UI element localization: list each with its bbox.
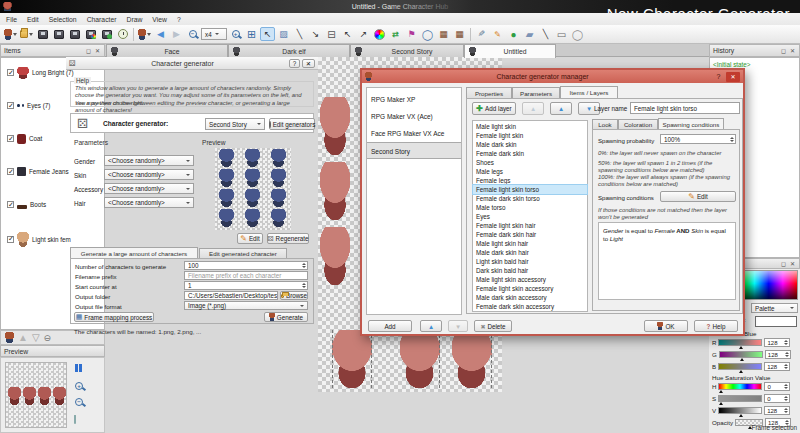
preview-zoom-in-button[interactable]: + xyxy=(75,382,83,390)
pencil-button[interactable]: ✎ xyxy=(490,27,505,41)
new-character-button[interactable] xyxy=(3,27,18,41)
close-button[interactable]: ✕ xyxy=(302,59,315,68)
cursor-mode-a-button[interactable]: ↖ xyxy=(340,27,355,41)
frame-mapping-button[interactable]: ▦Frame mapping process xyxy=(74,312,154,322)
checkbox-checked[interactable] xyxy=(7,135,14,142)
help-titlebar-button[interactable]: ? xyxy=(713,73,724,80)
close-icon[interactable]: ✕ xyxy=(94,47,101,54)
spawning-probability-spinbox[interactable]: 100% xyxy=(660,134,736,144)
add-item-button[interactable] xyxy=(5,332,14,343)
close-icon[interactable]: ✕ xyxy=(789,260,796,267)
layer-item[interactable]: Female dark skin hair xyxy=(473,230,587,239)
checkbox-checked[interactable] xyxy=(7,69,14,76)
layer-item[interactable]: Dark skin bald hair xyxy=(473,266,587,275)
green-slider[interactable] xyxy=(719,351,763,358)
prefix-input[interactable]: Filename prefix of each character xyxy=(184,271,308,280)
book-icon[interactable] xyxy=(74,415,76,424)
menu-file[interactable]: File xyxy=(6,16,17,23)
green-value[interactable]: 128 xyxy=(765,350,791,359)
menu-character[interactable]: Character xyxy=(87,16,117,23)
stroke-tool-button[interactable]: ╲ xyxy=(292,27,307,41)
move-selection-button[interactable]: ↘ xyxy=(308,27,323,41)
layer-name-input[interactable]: Female light skin torso xyxy=(630,102,740,114)
tab-face[interactable]: Face xyxy=(106,44,228,57)
generator-list-item[interactable]: RPG Maker VX (Ace) xyxy=(367,108,461,125)
swap-colors-button[interactable]: ⇄ xyxy=(388,27,403,41)
tab-look[interactable]: Look xyxy=(592,119,618,129)
generator-list-item-selected[interactable]: Second Story xyxy=(367,142,461,159)
saturation-slider[interactable] xyxy=(718,395,762,402)
layer-action-disabled-button[interactable]: ▲ xyxy=(522,102,544,115)
red-slider[interactable] xyxy=(718,339,762,346)
preview-zoom-out-button[interactable]: − xyxy=(75,398,83,406)
history-entry[interactable]: <Initial state> xyxy=(713,61,796,68)
layer-item[interactable]: Female light skin xyxy=(473,131,587,140)
close-icon[interactable]: ✕ xyxy=(789,47,796,54)
pattern-b-button[interactable]: ▦ xyxy=(452,27,467,41)
recent-button[interactable] xyxy=(115,27,130,41)
layer-item[interactable]: Female dark skin torso xyxy=(473,194,587,203)
undo-button[interactable]: ◀ xyxy=(153,27,168,41)
tab-untitled[interactable]: Untitled xyxy=(464,44,556,58)
fill-button[interactable]: ● xyxy=(506,27,521,41)
layer-item[interactable]: Female legs xyxy=(473,176,587,185)
line-tool-button[interactable]: ╲ xyxy=(538,27,553,41)
layer-item-selected[interactable]: Female light skin torso xyxy=(473,185,587,194)
tab-second-story[interactable]: Second Story xyxy=(350,44,464,57)
tab-dark-elf[interactable]: Dark elf xyxy=(228,44,350,57)
browse-button[interactable]: Browse xyxy=(280,291,308,300)
ellipse-tool-button[interactable]: ◯ xyxy=(570,27,585,41)
layer-item[interactable]: Male dark skin accessory xyxy=(473,293,587,302)
rectangle-tool-button[interactable]: ▭ xyxy=(554,27,569,41)
hair-combo[interactable]: <Choose randomly> xyxy=(104,197,194,208)
layer-item[interactable]: Female dark skin accessory xyxy=(473,302,587,311)
format-combo[interactable]: Image (*.png) xyxy=(184,301,308,310)
pointer-tool-button[interactable]: ↖ xyxy=(260,27,275,41)
add-generator-button[interactable]: Add xyxy=(368,320,412,332)
shrink-selection-button[interactable]: ⊟ xyxy=(324,27,339,41)
delete-generator-button[interactable]: ✖Delete xyxy=(474,320,512,332)
layer-item[interactable]: Female dark skin xyxy=(473,149,587,158)
save-button[interactable] xyxy=(35,27,50,41)
counter-spinbox[interactable]: 1 xyxy=(184,281,308,290)
generator-move-up-button[interactable]: ▲ xyxy=(420,320,442,332)
rect-select-tool-button[interactable]: ▨ xyxy=(276,27,291,41)
layer-item[interactable]: Light skin bald hair xyxy=(473,257,587,266)
float-panel-icon[interactable]: ◻ xyxy=(85,47,92,54)
layer-item[interactable]: Female light skin accessory xyxy=(473,284,587,293)
export-button[interactable] xyxy=(83,27,98,41)
layer-item[interactable]: Male torso xyxy=(473,203,587,212)
float-panel-icon[interactable]: ◻ xyxy=(780,260,787,267)
eraser-button[interactable]: ▰ xyxy=(522,27,537,41)
pattern-a-button[interactable]: ▦ xyxy=(436,27,451,41)
save-as-button[interactable] xyxy=(51,27,66,41)
skin-combo[interactable]: <Choose randomly> xyxy=(104,169,194,180)
blue-value[interactable]: 128 xyxy=(764,362,790,371)
layer-item[interactable]: Male light skin accessory xyxy=(473,275,587,284)
count-spinbox[interactable]: 100 xyxy=(184,261,308,270)
generator-list-item[interactable]: Face RPG Maker VX Ace xyxy=(367,125,461,142)
save-all-button[interactable] xyxy=(67,27,82,41)
folder-input[interactable]: C:/Users/Sébastien/Desktop/test 1 xyxy=(184,291,278,300)
generator-button[interactable] xyxy=(137,27,152,41)
layer-item[interactable]: Male light skin hair xyxy=(473,239,587,248)
pause-button[interactable] xyxy=(75,364,82,372)
gender-combo[interactable]: <Choose randomly> xyxy=(104,155,194,166)
checkbox-checked[interactable] xyxy=(7,236,14,243)
checkbox-checked[interactable] xyxy=(7,201,14,208)
remove-item-button[interactable]: ⊖ xyxy=(44,333,52,343)
accessory-combo[interactable]: <Choose randomly> xyxy=(104,183,194,194)
blue-slider[interactable] xyxy=(718,363,762,370)
edit-conditions-button[interactable]: ✎Edit xyxy=(660,191,736,202)
value-slider[interactable] xyxy=(718,407,762,414)
menu-help[interactable]: ? xyxy=(177,16,181,23)
conditions-box[interactable]: Gender is equal to Female AND Skin is eq… xyxy=(598,222,736,300)
generator-list-item[interactable]: RPG Maker XP xyxy=(367,91,461,108)
menu-edit[interactable]: Edit xyxy=(27,16,39,23)
float-panel-icon[interactable]: ◻ xyxy=(780,47,787,54)
tab-properties[interactable]: Properties xyxy=(466,87,512,98)
layer-list[interactable]: Male light skin Female light skin Male d… xyxy=(472,120,588,312)
layer-item[interactable]: Shoes xyxy=(473,158,587,167)
zoom-out-button[interactable]: − xyxy=(185,27,200,41)
color-wheel-button[interactable] xyxy=(372,27,387,41)
